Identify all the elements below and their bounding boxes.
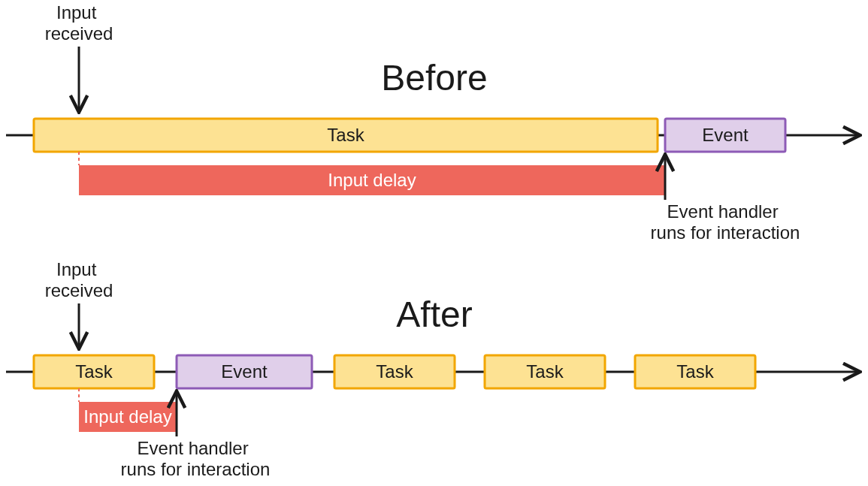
after-handler-label: Event handler runs for interaction [121,438,271,479]
after-task-label-1: Task [75,361,113,382]
after-section: After Input received Task Event Task Tas… [6,259,857,479]
before-section: Before Input received Task Event Input d… [6,2,857,243]
before-heading: Before [381,58,487,98]
after-input-delay-label: Input delay [83,406,171,427]
before-input-delay-label: Input delay [328,170,416,190]
after-event-label: Event [221,361,268,382]
before-input-received-label: Input received [45,2,113,44]
after-task-label-2: Task [376,361,413,382]
before-event-label: Event [702,125,749,145]
after-heading: After [396,294,472,334]
before-handler-label: Event handler runs for interaction [651,201,800,243]
after-task-label-3: Task [526,361,564,382]
after-input-received-label: Input received [45,259,113,300]
diagram-canvas: Before Input received Task Event Input d… [0,0,868,486]
before-task-label: Task [327,125,364,145]
after-task-label-4: Task [676,361,714,382]
